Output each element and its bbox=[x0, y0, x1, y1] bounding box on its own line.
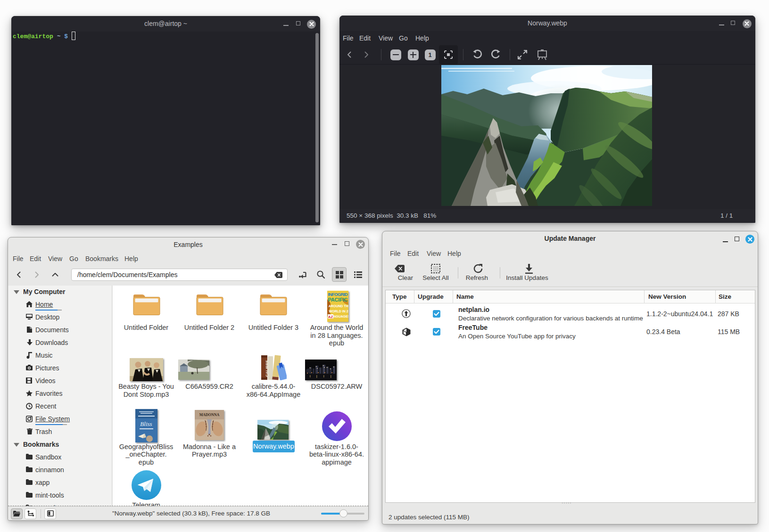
svg-text:PACIFIC: PACIFIC bbox=[328, 297, 348, 303]
svg-text:INFOGRID: INFOGRID bbox=[328, 292, 348, 297]
svg-text:AZ: AZ bbox=[328, 315, 333, 319]
svg-text:AROUND THE: AROUND THE bbox=[329, 304, 348, 308]
svg-text:Bliss: Bliss bbox=[140, 420, 152, 427]
svg-text:MADONNA: MADONNA bbox=[199, 413, 220, 417]
svg-text:WORLD IN 28: WORLD IN 28 bbox=[329, 310, 348, 313]
